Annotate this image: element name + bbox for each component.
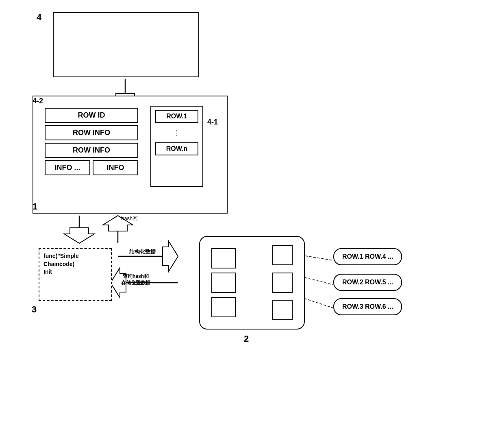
row-group-3: ROW.3 ROW.6 ...	[333, 298, 402, 315]
info-left-cell: INFO ...	[45, 160, 90, 175]
right-square-2	[272, 273, 293, 293]
diagram-container: 4 4-2 ROW ID ROW INFO ROW INFO INFO ... …	[0, 0, 504, 443]
label-3: 3	[32, 304, 37, 315]
struct-label: 结构化数据	[129, 248, 156, 255]
label-4: 4	[37, 12, 41, 23]
left-square-1	[211, 248, 236, 268]
query-label: 查询hash和 存储位置数据	[121, 273, 150, 286]
func-line1: func("Simple	[43, 253, 79, 259]
row-info-2-cell: ROW INFO	[45, 143, 138, 158]
box-2	[199, 236, 305, 330]
box-4-1: ROW.1 ⋮ ROW.n	[150, 106, 203, 187]
left-square-3	[211, 297, 236, 317]
left-square-2	[211, 273, 236, 293]
table-inner: ROW ID ROW INFO ROW INFO INFO ... INFO	[45, 108, 138, 175]
func-line3: Init	[43, 268, 52, 275]
box-4	[53, 12, 199, 77]
row-info-1-cell: ROW INFO	[45, 125, 138, 140]
func-box: func("Simple Chaincode) Init	[39, 248, 112, 301]
right-square-1	[272, 245, 293, 265]
svg-marker-7	[163, 241, 178, 271]
row-n-item: ROW.n	[155, 142, 198, 155]
label-2: 2	[244, 334, 249, 344]
info-right-cell: INFO	[93, 160, 138, 175]
right-square-3	[272, 300, 293, 320]
row-info-last: INFO ... INFO	[45, 160, 138, 175]
label-4-1: 4-1	[207, 118, 218, 127]
svg-marker-3	[64, 228, 94, 243]
row-group-2: ROW.2 ROW.5 ...	[333, 274, 402, 291]
row-id-cell: ROW ID	[45, 108, 138, 123]
hash-label: hash回	[121, 215, 138, 222]
label-1: 1	[33, 201, 37, 212]
label-4-2: 4-2	[33, 97, 43, 105]
dots-item: ⋮	[151, 126, 202, 139]
func-line2: Chaincode)	[43, 261, 74, 267]
row-group-1: ROW.1 ROW.4 ...	[333, 248, 402, 265]
row-1-item: ROW.1	[155, 110, 198, 123]
func-text: func("Simple Chaincode) Init	[39, 249, 111, 279]
